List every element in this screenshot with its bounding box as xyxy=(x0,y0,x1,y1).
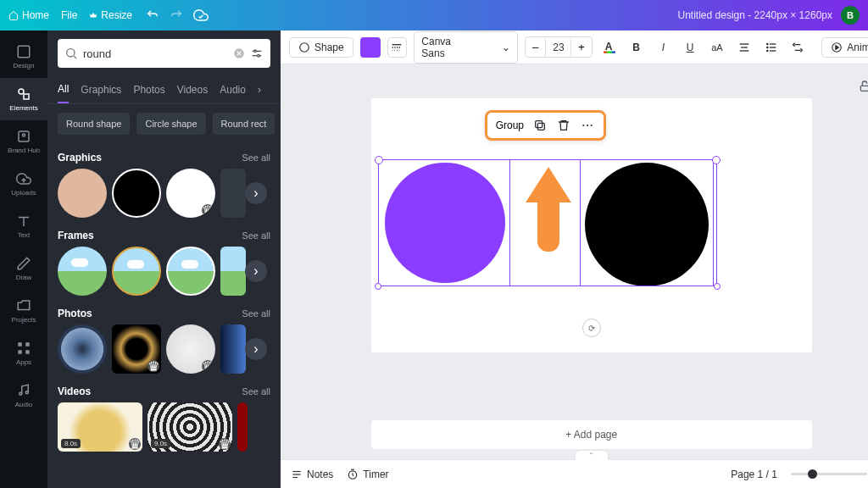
photo-thumb[interactable]: ♛ xyxy=(166,324,215,374)
rail-audio[interactable]: Audio xyxy=(0,374,47,417)
chip-round-shape[interactable]: Round shape xyxy=(58,113,130,135)
chip-round-rect[interactable]: Round rect xyxy=(213,113,275,135)
avatar[interactable]: B xyxy=(841,6,860,25)
videos-see-all[interactable]: See all xyxy=(242,386,270,396)
text-case-button[interactable]: aA xyxy=(707,37,727,58)
frames-next[interactable]: › xyxy=(245,260,267,282)
rail-projects[interactable]: Projects xyxy=(0,290,47,332)
frame-thumb[interactable] xyxy=(166,247,215,296)
graphic-thumb[interactable] xyxy=(58,169,107,218)
footer-expand-handle[interactable]: ⌃ xyxy=(575,450,609,460)
rail-elements[interactable]: Elements xyxy=(0,78,47,120)
more-button[interactable] xyxy=(580,118,595,133)
photo-thumb[interactable] xyxy=(58,324,107,374)
font-size-input[interactable]: 23 xyxy=(545,38,571,57)
text-icon xyxy=(16,214,31,229)
svg-rect-2 xyxy=(24,94,29,99)
video-thumb[interactable]: 9.0s♛ xyxy=(147,402,232,452)
svg-point-11 xyxy=(67,49,75,57)
graphic-thumb[interactable] xyxy=(112,169,161,218)
delete-button[interactable] xyxy=(556,118,571,133)
graphics-see-all[interactable]: See all xyxy=(242,152,270,163)
graphic-thumb[interactable]: ♛ xyxy=(166,169,215,218)
undo-button[interactable] xyxy=(146,8,159,22)
bold-button[interactable]: B xyxy=(626,37,647,58)
duplicate-button[interactable] xyxy=(532,118,548,133)
video-thumb[interactable] xyxy=(237,402,248,452)
border-style-icon xyxy=(390,41,403,54)
font-size-decrease[interactable]: – xyxy=(526,37,545,57)
frame-thumb[interactable] xyxy=(220,247,246,296)
font-size-group: – 23 + xyxy=(525,36,593,58)
underline-button[interactable]: U xyxy=(680,37,700,58)
redo-button[interactable] xyxy=(170,8,183,22)
shape-tool-button[interactable]: Shape xyxy=(289,37,353,58)
rail-text[interactable]: Text xyxy=(0,205,47,247)
svg-point-18 xyxy=(300,42,309,52)
tab-all[interactable]: All xyxy=(58,76,69,103)
rail-brand-hub[interactable]: Brand Hub xyxy=(0,120,47,163)
fill-color-swatch[interactable] xyxy=(360,37,381,58)
tab-photos[interactable]: Photos xyxy=(133,77,164,103)
text-color-icon: A xyxy=(602,40,617,55)
font-select[interactable]: Canva Sans⌄ xyxy=(414,31,518,64)
svg-point-4 xyxy=(23,134,25,136)
rail-design[interactable]: Design xyxy=(0,36,47,78)
tabs-scroll-right[interactable]: › xyxy=(258,84,261,96)
svg-line-12 xyxy=(74,56,76,58)
rail-uploads[interactable]: Uploads xyxy=(0,163,47,205)
rail-apps[interactable]: Apps xyxy=(0,332,47,374)
graphics-next[interactable]: › xyxy=(245,182,267,204)
frames-see-all[interactable]: See all xyxy=(242,230,270,241)
multi-selection-box[interactable] xyxy=(378,159,717,286)
group-button[interactable]: Group xyxy=(496,119,524,131)
list-button[interactable] xyxy=(761,37,782,58)
sync-indicator[interactable]: ⟳ xyxy=(582,319,601,337)
search-input[interactable] xyxy=(78,47,233,60)
chip-circle-shape[interactable]: Circle shape xyxy=(136,113,205,135)
border-style-button[interactable] xyxy=(387,37,408,58)
crown-icon: ♛ xyxy=(202,204,214,216)
search-filter-button[interactable] xyxy=(250,47,264,60)
rail-draw[interactable]: Draw xyxy=(0,247,47,290)
crown-icon: ♛ xyxy=(129,438,141,450)
svg-rect-6 xyxy=(25,342,30,347)
photo-thumb[interactable] xyxy=(220,324,246,374)
video-thumb[interactable]: 8.0s♛ xyxy=(58,402,142,452)
italic-button[interactable]: I xyxy=(653,37,673,58)
tab-audio[interactable]: Audio xyxy=(220,77,246,103)
spacing-button[interactable] xyxy=(788,37,809,58)
selection-context-bar: Group xyxy=(485,110,606,141)
notes-button[interactable]: Notes xyxy=(291,469,333,480)
tab-videos[interactable]: Videos xyxy=(177,77,208,103)
tab-graphics[interactable]: Graphics xyxy=(81,77,121,103)
svg-rect-37 xyxy=(537,123,544,130)
zoom-thumb[interactable] xyxy=(808,469,817,479)
zoom-slider[interactable] xyxy=(791,473,867,475)
frame-thumb[interactable] xyxy=(58,247,107,296)
add-page-button[interactable]: + Add page xyxy=(371,420,812,449)
canvas-page[interactable]: Group ⟳ xyxy=(371,98,812,352)
page-indicator[interactable]: Page 1 / 1 xyxy=(731,469,777,480)
crown-icon: ♛ xyxy=(219,438,231,450)
frame-thumb[interactable] xyxy=(112,247,161,296)
section-graphics: GraphicsSee all ♛ › xyxy=(47,143,281,221)
photo-thumb[interactable]: ♛ xyxy=(112,324,161,374)
graphic-thumb[interactable] xyxy=(220,169,246,218)
document-title[interactable]: Untitled design - 2240px × 1260px xyxy=(678,9,832,21)
file-menu[interactable]: File xyxy=(61,9,77,21)
photos-see-all[interactable]: See all xyxy=(242,308,270,319)
text-color-button[interactable]: A xyxy=(599,37,620,58)
canvas-area[interactable]: Group ⟳ xyxy=(281,64,868,410)
shape-icon xyxy=(298,42,310,53)
resize-menu[interactable]: Resize xyxy=(89,9,132,21)
photos-next[interactable]: › xyxy=(245,338,267,360)
cloud-sync-button[interactable] xyxy=(193,8,209,23)
home-button[interactable]: Home xyxy=(8,9,49,21)
footer-bar: Notes Timer Page 1 / 1 45 xyxy=(281,459,868,488)
font-size-increase[interactable]: + xyxy=(571,37,592,57)
animate-button[interactable]: Animate xyxy=(821,37,868,58)
timer-button[interactable]: Timer xyxy=(347,469,388,480)
align-button[interactable] xyxy=(734,37,754,58)
clear-search-icon[interactable] xyxy=(233,47,245,59)
